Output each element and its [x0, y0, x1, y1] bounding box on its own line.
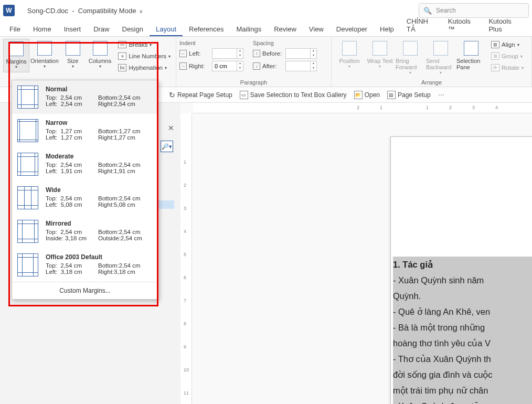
- tab-draw[interactable]: Draw: [87, 22, 115, 36]
- arrange-group-label: Arrange: [335, 78, 528, 86]
- tab-design[interactable]: Design: [116, 22, 150, 36]
- space-before-input[interactable]: ▴▾: [285, 48, 317, 59]
- orientation-icon: [37, 41, 52, 56]
- word-app-icon: W: [3, 5, 15, 16]
- tab-chính-tả[interactable]: CHÍNH TẢ: [400, 14, 442, 36]
- indent-right-label: Right:: [189, 63, 210, 69]
- hyphenation-button[interactable]: bcHyphenation ▾: [116, 63, 173, 72]
- margin-preview-icon: [17, 253, 38, 277]
- selpane-label: Selection Pane: [456, 58, 486, 70]
- orientation-label: Orientation: [30, 58, 59, 64]
- group-button: ⧉Group ▾: [489, 51, 526, 61]
- tab-developer[interactable]: Developer: [330, 22, 374, 36]
- breaks-button[interactable]: ▭Breaks ▾: [116, 40, 173, 49]
- margin-option-name: Office 2003 Default: [46, 253, 153, 261]
- doc-line[interactable]: đời sống gia đình và cuộc: [393, 367, 532, 382]
- align-icon: ⊞: [491, 41, 499, 48]
- textbox-gallery-icon: ▭: [240, 91, 248, 99]
- group-paragraph: Indent ←Left: ▴▾ →Right: ▴▾ Spacing ↑Bef…: [176, 37, 332, 87]
- margin-option-name: Normal: [46, 86, 153, 93]
- position-icon: [342, 41, 357, 56]
- tab-layout[interactable]: Layout: [150, 22, 183, 36]
- bring-forward-button: Bring Forward▾: [396, 39, 425, 75]
- doc-line[interactable]: - Quê ở làng An Khê, ven: [393, 304, 532, 320]
- close-icon[interactable]: ✕: [168, 124, 174, 132]
- chevron-down-icon: ▾: [72, 64, 74, 69]
- search-icon: 🔍: [423, 7, 432, 15]
- page-content[interactable]: 1. Tác giả- Xuân Quỳnh sinh nămQuỳnh.- Q…: [391, 257, 532, 404]
- chevron-down-icon: ▾: [44, 64, 46, 69]
- line-numbers-button[interactable]: ≡Line Numbers ▾: [116, 51, 173, 61]
- size-button[interactable]: Size ▾: [60, 39, 86, 72]
- doc-line[interactable]: Quỳnh.: [393, 288, 532, 304]
- wrap-text-button: Wrap Text▾: [365, 39, 395, 75]
- line-numbers-label: Line Numbers: [129, 53, 166, 59]
- search-pane-button[interactable]: 🔎▾: [161, 141, 173, 152]
- doc-line[interactable]: hoàng thơ tình yêu của V: [393, 335, 532, 351]
- margin-option-name: Narrow: [46, 119, 153, 126]
- doc-line[interactable]: - Xuân Quỳnh sinh năm: [393, 272, 532, 288]
- margins-button[interactable]: Margins ▾: [3, 39, 29, 72]
- doc-line[interactable]: - Xuân Quỳnh được tặng: [393, 398, 532, 404]
- search-placeholder: Search: [436, 7, 456, 14]
- margin-option-narrow[interactable]: NarrowTop: 1,27 cmBottom:1,27 cmLeft: 1,…: [12, 114, 158, 147]
- save-selection-button[interactable]: ▭Save Selection to Text Box Gallery: [240, 91, 347, 99]
- breaks-label: Breaks: [129, 41, 147, 48]
- indent-left-icon: ←: [179, 50, 187, 57]
- nav-highlight: [158, 200, 174, 209]
- tab-view[interactable]: View: [303, 22, 330, 36]
- doc-line[interactable]: một trái tim phụ nữ chân: [393, 382, 532, 398]
- margins-icon: [9, 41, 24, 56]
- open-folder-icon: 📂: [354, 91, 363, 99]
- columns-button[interactable]: Columns ▾: [87, 39, 113, 72]
- tab-mailings[interactable]: Mailings: [230, 22, 268, 36]
- tab-insert[interactable]: Insert: [58, 22, 88, 36]
- backward-label: Send Backward: [426, 58, 455, 70]
- margin-preview-icon: [17, 186, 38, 209]
- open-button[interactable]: 📂Open: [354, 91, 380, 99]
- space-after-icon: ↓: [253, 62, 260, 70]
- page-setup-button[interactable]: ▤Page Setup: [387, 91, 431, 99]
- rotate-label: Rotate: [502, 65, 519, 71]
- space-after-input[interactable]: ▴▾: [285, 61, 317, 71]
- size-icon: [66, 41, 80, 56]
- tab-references[interactable]: References: [183, 22, 230, 36]
- custom-margins-button[interactable]: Custom Margins...: [12, 282, 158, 299]
- send-backward-button: Send Backward▾: [426, 39, 455, 75]
- align-button[interactable]: ⊞Align ▾: [489, 40, 526, 49]
- spacing-header: Spacing: [253, 40, 317, 46]
- save-sel-label: Save Selection to Text Box Gallery: [250, 91, 347, 99]
- margin-option-wide[interactable]: WideTop: 2,54 cmBottom:2,54 cmLeft: 5,08…: [12, 181, 158, 215]
- tab-kutools-™[interactable]: Kutools ™: [442, 14, 483, 36]
- doc-line[interactable]: 1. Tác giả: [393, 257, 532, 272]
- group-icon: ⧉: [491, 52, 499, 60]
- margin-option-normal[interactable]: NormalTop: 2,54 cmBottom:2,54 cmLeft: 2,…: [12, 80, 158, 114]
- tab-file[interactable]: File: [3, 22, 27, 36]
- tab-review[interactable]: Review: [268, 22, 303, 36]
- ribbon-tabs: FileHomeInsertDrawDesignLayoutReferences…: [0, 21, 532, 37]
- margin-option-office-2003-default[interactable]: Office 2003 DefaultTop: 2,54 cmBottom:2,…: [12, 248, 158, 282]
- tab-kutools-plus[interactable]: Kutools Plus: [482, 14, 529, 36]
- bring-forward-icon: [403, 41, 418, 56]
- chevron-down-icon[interactable]: ∨: [139, 8, 143, 14]
- indent-left-input[interactable]: ▴▾: [212, 48, 243, 59]
- repeat-button[interactable]: ↻Repeat Page Setup: [169, 91, 232, 99]
- tab-home[interactable]: Home: [27, 22, 58, 36]
- tab-help[interactable]: Help: [374, 22, 400, 36]
- margin-option-mirrored[interactable]: MirroredTop: 2,54 cmBottom:2,54 cmInside…: [12, 215, 158, 248]
- horizontal-ruler[interactable]: 211234: [193, 103, 532, 113]
- overflow-button[interactable]: ⋯: [438, 91, 444, 99]
- margin-preview-icon: [17, 119, 38, 142]
- orientation-button[interactable]: Orientation ▾: [30, 39, 59, 72]
- margin-option-moderate[interactable]: ModerateTop: 2,54 cmBottom:2,54 cmLeft: …: [12, 147, 158, 181]
- group-page-setup: Margins ▾ Orientation ▾ Size ▾ Columns ▾…: [0, 37, 176, 87]
- selection-pane-icon: [464, 41, 478, 56]
- indent-right-input[interactable]: ▴▾: [212, 61, 243, 71]
- vertical-ruler[interactable]: 12345678910111213: [180, 113, 192, 404]
- doc-line[interactable]: - Bà là một trong những: [393, 320, 532, 335]
- doc-line[interactable]: - Thơ của Xuân Quỳnh th: [393, 351, 532, 367]
- send-backward-icon: [433, 41, 448, 56]
- page[interactable]: 1. Tác giả- Xuân Quỳnh sinh nămQuỳnh.- Q…: [390, 136, 532, 404]
- page-setup-icon: ▤: [387, 91, 396, 99]
- selection-pane-button[interactable]: Selection Pane: [456, 39, 486, 75]
